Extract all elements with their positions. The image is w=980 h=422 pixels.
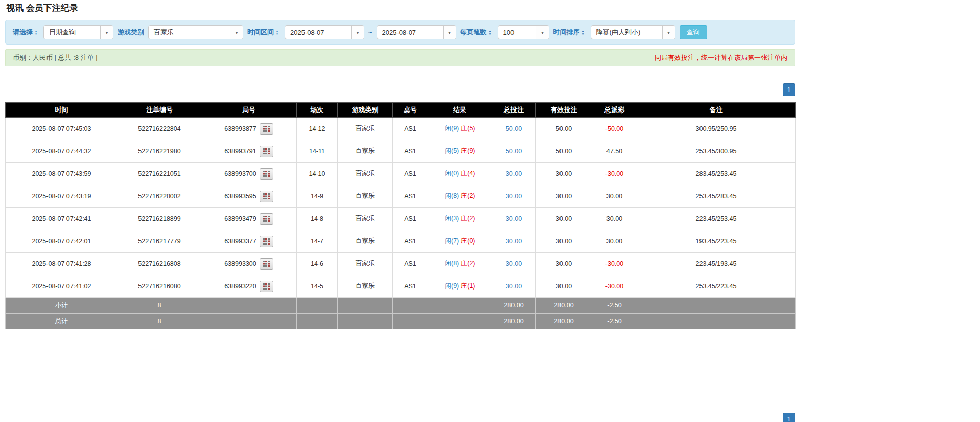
table-footer: 小计 8 280.00 280.00 -2.50 总计 8 2 — [6, 298, 796, 329]
cell-result: 闲(8) 庄(2) — [428, 253, 492, 275]
chevron-down-icon[interactable]: ▾ — [351, 26, 364, 39]
road-map-button[interactable] — [260, 236, 273, 247]
cell-time: 2025-08-07 07:41:28 — [6, 253, 118, 275]
chevron-down-icon[interactable]: ▾ — [100, 26, 113, 39]
column-header: 场次 — [297, 103, 338, 118]
result-player: 闲(9) — [445, 125, 459, 132]
cell-valid-bet: 50.00 — [536, 118, 592, 140]
cell-table-no: AS1 — [393, 208, 428, 230]
cell-game-type: 百家乐 — [338, 253, 393, 275]
pagination-bottom: 1 — [5, 413, 795, 422]
date-from-value: 2025-08-07 — [285, 26, 351, 39]
total-bet-link[interactable]: 50.00 — [506, 148, 522, 155]
cell-bet-id: 522716220002 — [118, 185, 201, 208]
cell-bet-id: 522716216080 — [118, 275, 201, 298]
time-sort-dropdown[interactable]: 降幂(由大到小) ▾ — [591, 25, 675, 39]
page-size-dropdown[interactable]: 100 ▾ — [498, 25, 549, 39]
cell-remark: 193.45/223.45 — [637, 230, 796, 253]
total-bet-link[interactable]: 30.00 — [506, 260, 522, 268]
page-size-value: 100 — [498, 26, 536, 39]
cell-round-id: 638993479 — [201, 208, 297, 230]
table-header-row: 时间注单编号局号场次游戏类别桌号结果总投注有效投注总派彩备注 — [6, 103, 796, 118]
cell-valid-bet: 30.00 — [536, 275, 592, 298]
result-player: 闲(0) — [445, 170, 459, 177]
select-type-dropdown[interactable]: 日期查询 ▾ — [43, 25, 113, 39]
result-banker: 庄(9) — [461, 147, 475, 154]
time-range-label: 时间区间： — [247, 28, 281, 37]
table-row: 2025-08-07 07:42:41522716218899638993479… — [6, 208, 796, 230]
cell-round-id: 638993791 — [201, 140, 297, 163]
column-header: 局号 — [201, 103, 297, 118]
road-grid-icon — [263, 283, 270, 290]
road-map-button[interactable] — [260, 168, 273, 180]
cell-payout: -30.00 — [592, 253, 637, 275]
cell-round-id: 638993595 — [201, 185, 297, 208]
empty-cell — [637, 314, 796, 329]
date-to-input[interactable]: 2025-08-07 ▾ — [377, 25, 456, 39]
empty-cell — [338, 298, 393, 314]
cell-total-bet: 50.00 — [492, 118, 536, 140]
chevron-down-icon[interactable]: ▾ — [443, 26, 456, 39]
table-row: 2025-08-07 07:43:19522716220002638993595… — [6, 185, 796, 208]
select-type-label: 请选择： — [13, 28, 39, 37]
subtotal-payout: -2.50 — [592, 298, 637, 314]
total-bet-link[interactable]: 30.00 — [506, 193, 522, 200]
cell-total-bet: 30.00 — [492, 253, 536, 275]
cell-time: 2025-08-07 07:43:19 — [6, 185, 118, 208]
total-bet-link[interactable]: 30.00 — [506, 283, 522, 290]
cell-table-no: AS1 — [393, 118, 428, 140]
road-map-button[interactable] — [260, 123, 273, 135]
cell-remark: 300.95/250.95 — [637, 118, 796, 140]
chevron-down-icon[interactable]: ▾ — [662, 26, 675, 39]
column-header: 备注 — [637, 103, 796, 118]
cell-payout: -30.00 — [592, 275, 637, 298]
table-row: 2025-08-07 07:41:02522716216080638993220… — [6, 275, 796, 298]
road-map-button[interactable] — [260, 191, 273, 202]
cell-bet-id: 522716221051 — [118, 163, 201, 185]
cell-round-id: 638993377 — [201, 230, 297, 253]
cell-session: 14-9 — [297, 185, 338, 208]
cell-result: 闲(9) 庄(1) — [428, 275, 492, 298]
cell-session: 14-10 — [297, 163, 338, 185]
result-player: 闲(5) — [445, 147, 459, 154]
empty-cell — [297, 314, 338, 329]
total-bet-link[interactable]: 30.00 — [506, 215, 522, 223]
subtotal-total-bet: 280.00 — [492, 298, 536, 314]
pagination-page-1-top[interactable]: 1 — [783, 83, 795, 96]
result-banker: 庄(1) — [461, 282, 475, 290]
road-map-button[interactable] — [260, 146, 273, 157]
cell-bet-id: 522716222804 — [118, 118, 201, 140]
filter-bar: 请选择： 日期查询 ▾ 游戏类别 百家乐 ▾ 时间区间： 2025-08-07 … — [5, 20, 795, 45]
table-row: 2025-08-07 07:41:28522716216808638993300… — [6, 253, 796, 275]
road-map-button[interactable] — [260, 213, 273, 225]
result-banker: 庄(2) — [461, 260, 475, 267]
cell-game-type: 百家乐 — [338, 140, 393, 163]
column-header: 有效投注 — [536, 103, 592, 118]
cell-game-type: 百家乐 — [338, 230, 393, 253]
chevron-down-icon[interactable]: ▾ — [536, 26, 549, 39]
cell-result: 闲(3) 庄(2) — [428, 208, 492, 230]
date-to-value: 2025-08-07 — [377, 26, 443, 39]
road-map-button[interactable] — [260, 281, 273, 292]
pagination-page-1-bottom[interactable]: 1 — [783, 413, 795, 422]
column-header: 时间 — [6, 103, 118, 118]
date-from-input[interactable]: 2025-08-07 ▾ — [285, 25, 364, 39]
total-bet-link[interactable]: 50.00 — [506, 125, 522, 132]
pagination-top: 1 — [5, 83, 795, 96]
road-grid-icon — [263, 171, 270, 177]
total-row: 总计 8 280.00 280.00 -2.50 — [6, 314, 796, 329]
chevron-down-icon[interactable]: ▾ — [230, 26, 243, 39]
total-bet-link[interactable]: 30.00 — [506, 238, 522, 245]
road-map-button[interactable] — [260, 258, 273, 270]
query-button[interactable]: 查询 — [680, 25, 707, 39]
empty-cell — [637, 298, 796, 314]
total-valid-bet: 280.00 — [536, 314, 592, 329]
table-body: 2025-08-07 07:45:03522716222804638993877… — [6, 118, 796, 298]
cell-payout: -50.00 — [592, 118, 637, 140]
total-bet-link[interactable]: 30.00 — [506, 170, 522, 177]
cell-table-no: AS1 — [393, 253, 428, 275]
column-header: 桌号 — [393, 103, 428, 118]
cell-table-no: AS1 — [393, 140, 428, 163]
cell-time: 2025-08-07 07:45:03 — [6, 118, 118, 140]
game-type-dropdown[interactable]: 百家乐 ▾ — [148, 25, 243, 39]
